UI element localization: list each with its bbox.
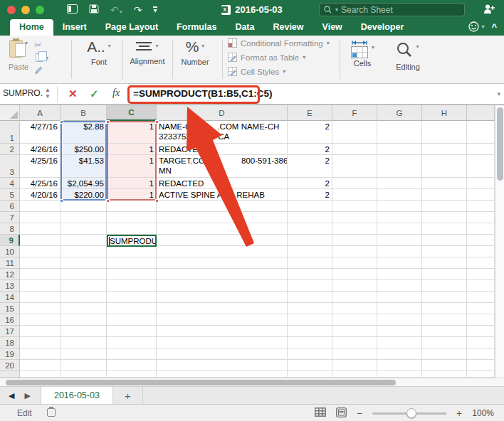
toolbar-options-icon[interactable]: ▾	[153, 6, 157, 14]
cell-G11[interactable]	[377, 257, 422, 269]
cell-G5[interactable]	[377, 189, 422, 201]
vertical-scrollbar-thumb[interactable]	[497, 107, 503, 181]
editing-group-button[interactable]: ▾ Editing	[388, 36, 428, 83]
cell-H11[interactable]	[422, 257, 467, 269]
cell-G7[interactable]	[377, 212, 422, 223]
cell-B9[interactable]	[61, 235, 107, 246]
cell-A7[interactable]	[20, 212, 61, 223]
cell-H16[interactable]	[422, 314, 467, 326]
cell-E2[interactable]: 2	[288, 144, 332, 155]
cell-B20[interactable]	[61, 360, 107, 371]
cell-B1[interactable]: $2.88	[61, 121, 107, 144]
cell-H10[interactable]	[422, 246, 467, 257]
cell-H5[interactable]	[422, 189, 467, 201]
row-header-8[interactable]: 8	[0, 223, 20, 235]
search-scope-caret-icon[interactable]: ▾	[335, 6, 338, 13]
cell-E10[interactable]	[288, 246, 332, 257]
cell-partial15[interactable]	[467, 303, 495, 314]
feedback-smiley-icon[interactable]: ▾	[468, 21, 484, 32]
row-header-3[interactable]: 3	[0, 155, 20, 178]
cell-F1[interactable]	[332, 121, 377, 144]
cell-F19[interactable]	[332, 348, 377, 360]
cell-D11[interactable]	[157, 257, 288, 269]
row-header-14[interactable]: 14	[0, 292, 20, 303]
cell-F4[interactable]	[332, 178, 377, 189]
cell-D6[interactable]	[157, 201, 288, 212]
page-layout-view-icon[interactable]	[336, 407, 347, 420]
cell-F3[interactable]	[332, 155, 377, 178]
cell-H20[interactable]	[422, 360, 467, 371]
cell-C7[interactable]	[107, 212, 157, 223]
cell-B12[interactable]	[61, 269, 107, 280]
row-header-16[interactable]: 16	[0, 314, 20, 326]
cell-G15[interactable]	[377, 303, 422, 314]
cell-D9[interactable]	[157, 235, 288, 246]
cell-B14[interactable]	[61, 292, 107, 303]
cell-G2[interactable]	[377, 144, 422, 155]
cell-A11[interactable]	[20, 257, 61, 269]
row-header-10[interactable]: 10	[0, 246, 20, 257]
cell-A15[interactable]	[20, 303, 61, 314]
confirm-entry-icon[interactable]: ✓	[90, 87, 99, 100]
cell-C20[interactable]	[107, 360, 157, 371]
cell-A9[interactable]	[20, 235, 61, 246]
insert-function-icon[interactable]: fx	[112, 87, 120, 99]
cell-partial14[interactable]	[467, 292, 495, 303]
cell-H17[interactable]	[422, 326, 467, 337]
cell-partial2[interactable]	[467, 144, 495, 155]
cell-partial13[interactable]	[467, 280, 495, 292]
horizontal-scrollbar[interactable]	[0, 378, 504, 386]
cell-G20[interactable]	[377, 360, 422, 371]
cell-H14[interactable]	[422, 292, 467, 303]
row-header-18[interactable]: 18	[0, 337, 20, 348]
cell-E12[interactable]	[288, 269, 332, 280]
cell-E5[interactable]: 2	[288, 189, 332, 201]
cell-partial8[interactable]	[467, 223, 495, 235]
formula-input[interactable]: =SUMPRODUCT(B1:B5,C1:C5)	[133, 88, 272, 99]
column-header-F[interactable]: F	[332, 105, 377, 121]
zoom-window-button[interactable]	[36, 6, 44, 14]
cell-E19[interactable]	[288, 348, 332, 360]
name-box-stepper[interactable]: ▲▼	[45, 87, 51, 100]
cell-D18[interactable]	[157, 337, 288, 348]
column-header-C[interactable]: C	[107, 105, 157, 121]
cell-B13[interactable]	[61, 280, 107, 292]
cell-A10[interactable]	[20, 246, 61, 257]
cell-H4[interactable]	[422, 178, 467, 189]
cell-D14[interactable]	[157, 292, 288, 303]
cell-E1[interactable]: 2	[288, 121, 332, 144]
cell-D13[interactable]	[157, 280, 288, 292]
row-header-20[interactable]: 20	[0, 360, 20, 371]
cell-G18[interactable]	[377, 337, 422, 348]
cell-G17[interactable]	[377, 326, 422, 337]
cell-B10[interactable]	[61, 246, 107, 257]
row-header-12[interactable]: 12	[0, 269, 20, 280]
copy-button[interactable]: ▾	[34, 53, 48, 63]
cell-partial12[interactable]	[467, 269, 495, 280]
cell-D10[interactable]	[157, 246, 288, 257]
row-header-15[interactable]: 15	[0, 303, 20, 314]
cell-E14[interactable]	[288, 292, 332, 303]
cell-H7[interactable]	[422, 212, 467, 223]
cell-G9[interactable]	[377, 235, 422, 246]
cell-D8[interactable]	[157, 223, 288, 235]
tab-formulas[interactable]: Formulas	[167, 19, 226, 36]
formula-bar-expand-icon[interactable]: ▾	[497, 90, 500, 97]
cell-partial1[interactable]	[467, 121, 495, 144]
column-header-H[interactable]: H	[422, 105, 467, 121]
share-icon[interactable]	[483, 4, 495, 17]
row-header-6[interactable]: 6	[0, 201, 20, 212]
cell-D4[interactable]: REDACTED	[157, 178, 288, 189]
cell-E20[interactable]	[288, 360, 332, 371]
cell-C11[interactable]	[107, 257, 157, 269]
cell-D17[interactable]	[157, 326, 288, 337]
row-header-11[interactable]: 11	[0, 257, 20, 269]
cell-E3[interactable]: 2	[288, 155, 332, 178]
cell-A12[interactable]	[20, 269, 61, 280]
tab-developer[interactable]: Developer	[352, 19, 413, 36]
cell-B18[interactable]	[61, 337, 107, 348]
cell-A13[interactable]	[20, 280, 61, 292]
cell-C19[interactable]	[107, 348, 157, 360]
cell-A2[interactable]: 4/26/16	[20, 144, 61, 155]
normal-view-icon[interactable]	[315, 407, 326, 419]
